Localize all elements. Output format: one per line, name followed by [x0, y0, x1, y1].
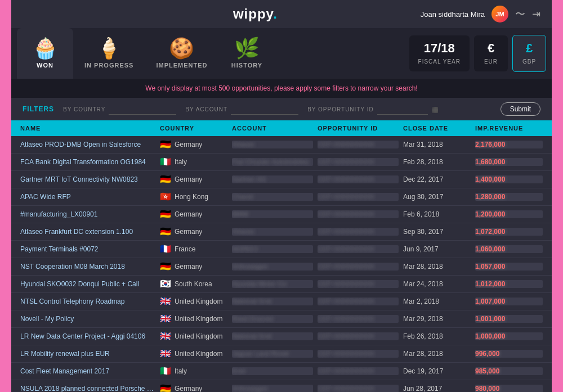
cell-revenue: 1,007,000 — [475, 298, 543, 305]
country-name: United Kingdom — [175, 332, 222, 340]
cell-name[interactable]: Atlaseo PROD-DMB Open in Salesforce — [20, 141, 155, 148]
cell-close-date: Feb 26, 2018 — [403, 332, 471, 340]
cell-close-date: Jun 9, 2017 — [403, 245, 471, 253]
cell-country: 🇮🇹 Italy — [160, 367, 227, 376]
country-name: Germany — [175, 385, 202, 392]
cell-country: 🇩🇪 Germany — [160, 384, 227, 392]
won-icon: 🧁 — [33, 38, 58, 58]
tab-in-progress[interactable]: 🍦 IN PROGRESS — [73, 28, 145, 79]
cell-revenue: 1,012,000 — [475, 280, 543, 288]
avatar[interactable]: JM — [491, 6, 508, 22]
tab-in-progress-label: IN PROGRESS — [84, 62, 133, 69]
cell-name[interactable]: NSULA 2018 planned connected Porsche Car… — [20, 385, 155, 392]
cell-close-date: Jun 28, 2017 — [403, 385, 471, 392]
table-row[interactable]: Atlaseo PROD-DMB Open in Salesforce 🇩🇪 G… — [11, 136, 552, 154]
table-header: NAME COUNTRY ACCOUNT OPPORTUNITY ID CLOS… — [11, 120, 552, 136]
table-row[interactable]: NSULA 2018 planned connected Porsche Car… — [11, 380, 552, 392]
cell-account: Volkswagen — [232, 263, 313, 271]
table-row[interactable]: Novell - My Policy 🇬🇧 United Kingdom Ree… — [11, 310, 552, 328]
cell-account: Atlaseo — [232, 141, 313, 148]
cell-account: Reed Elsevier — [232, 315, 313, 323]
filter-country-input[interactable] — [109, 104, 176, 115]
cell-name[interactable]: Payment Terminals #0072 — [20, 245, 155, 253]
user-area: Joan siddharta Mira JM 〜 ⇥ — [421, 6, 540, 22]
country-flag: 🇬🇧 — [160, 314, 171, 323]
th-close-date: CLOSE DATE — [403, 125, 471, 132]
cell-country: 🇬🇧 United Kingdom — [160, 314, 227, 323]
cell-name[interactable]: Atlaseo Frankfurt DC extension 1.100 — [20, 228, 155, 236]
cell-name[interactable]: Cost Fleet Management 2017 — [20, 367, 155, 375]
logo-text: wippy — [233, 6, 273, 21]
cell-close-date: Mar 31, 2018 — [403, 141, 471, 148]
cell-name[interactable]: Gartner MRT IoT Connectivity NW0823 — [20, 175, 155, 183]
cell-revenue: 1,280,000 — [475, 193, 543, 201]
table-row[interactable]: Payment Terminals #0072 🇫🇷 France NGRECI… — [11, 241, 552, 258]
cell-name[interactable]: FCA Bank Digital Transformation OG1984 — [20, 158, 155, 166]
cell-name[interactable]: Novell - My Policy — [20, 315, 155, 323]
cell-revenue: 1,001,000 — [475, 315, 543, 323]
cell-close-date: Mar 28, 2018 — [403, 263, 471, 271]
filter-account-input[interactable] — [231, 104, 298, 115]
cell-revenue: 1,060,000 — [475, 245, 543, 253]
country-name: Germany — [175, 263, 202, 271]
app-header: wippy. Joan siddharta Mira JM 〜 ⇥ — [11, 0, 552, 28]
country-flag: 🇩🇪 — [160, 175, 171, 184]
country-flag: 🇬🇧 — [160, 349, 171, 358]
nav-tabs: 🧁 WON 🍦 IN PROGRESS 🍪 IMPLEMENTED 🌿 HIST… — [11, 28, 552, 79]
cell-close-date: Mar 28, 2018 — [403, 350, 471, 358]
country-name: Germany — [175, 210, 202, 218]
table-row[interactable]: Atlaseo Frankfurt DC extension 1.100 🇩🇪 … — [11, 223, 552, 241]
table-row[interactable]: Cost Fleet Management 2017 🇮🇹 Italy Enel… — [11, 363, 552, 380]
th-opp-id: OPPORTUNITY ID — [318, 125, 399, 132]
fiscal-year-number: 17/18 — [418, 41, 461, 56]
cell-account: Jaguar Land Rover — [232, 350, 313, 358]
filters-label: FILTERS — [23, 105, 54, 113]
logo-dot: . — [273, 6, 278, 21]
cell-name[interactable]: APAC Wide RFP — [20, 193, 155, 201]
cell-name[interactable]: NTSL Control Telephony Roadmap — [20, 298, 155, 305]
table-row[interactable]: APAC Wide RFP 🇭🇰 Hong Kong Chanel COT-XX… — [11, 188, 552, 206]
th-revenue: IMP.REVENUE — [475, 125, 543, 132]
cell-country: 🇩🇪 Germany — [160, 210, 227, 219]
cell-account: Chanel — [232, 193, 313, 201]
table-row[interactable]: #manufacturing_LX00901 🇩🇪 Germany BMW CO… — [11, 206, 552, 223]
in-progress-icon: 🍦 — [96, 38, 122, 58]
table-row[interactable]: LR Mobility renewal plus EUR 🇬🇧 United K… — [11, 345, 552, 363]
cell-account: Hyundai Motor Co — [232, 280, 313, 288]
table-row[interactable]: NST Cooperation M08 March 2018 🇩🇪 German… — [11, 258, 552, 276]
currency-eur[interactable]: € EUR — [474, 35, 508, 71]
fiscal-year-badge: 17/18 FISCAL YEAR — [409, 35, 470, 71]
country-flag: 🇭🇰 — [160, 192, 171, 201]
cell-name[interactable]: #manufacturing_LX00901 — [20, 210, 155, 218]
cell-revenue: 1,200,000 — [475, 210, 543, 218]
table-row[interactable]: Hyundai SKO0032 Donqui Public + Call 🇰🇷 … — [11, 276, 552, 293]
cell-name[interactable]: Hyundai SKO0032 Donqui Public + Call — [20, 280, 155, 288]
submit-button[interactable]: Submit — [501, 102, 540, 116]
table-row[interactable]: LR New Data Center Project - Aggi 04106 … — [11, 328, 552, 345]
activity-icon[interactable]: 〜 — [515, 7, 525, 21]
tab-won[interactable]: 🧁 WON — [17, 28, 73, 79]
cell-close-date: Sep 30, 2017 — [403, 228, 471, 236]
table-row[interactable]: Gartner MRT IoT Connectivity NW0823 🇩🇪 G… — [11, 171, 552, 188]
eur-label: EUR — [484, 58, 498, 65]
tab-history[interactable]: 🌿 HISTORY — [218, 28, 275, 79]
notice-bar: We only display at most 500 opportunitie… — [11, 79, 552, 98]
table-row[interactable]: FCA Bank Digital Transformation OG1984 🇮… — [11, 154, 552, 171]
cell-account: Atlaseo — [232, 228, 313, 236]
tab-implemented-label: IMPLEMENTED — [156, 62, 207, 69]
cell-opp-id: COT-XXXXXXXXX — [318, 175, 399, 183]
cell-name[interactable]: LR New Data Center Project - Aggi 04106 — [20, 332, 155, 340]
tab-implemented[interactable]: 🍪 IMPLEMENTED — [145, 28, 218, 79]
cell-country: 🇰🇷 South Korea — [160, 280, 227, 289]
cell-name[interactable]: LR Mobility renewal plus EUR — [20, 350, 155, 358]
cell-country: 🇭🇰 Hong Kong — [160, 192, 227, 201]
logout-icon[interactable]: ⇥ — [532, 8, 540, 20]
cell-opp-id: COT-XXXXXXXXX — [318, 350, 399, 358]
cell-name[interactable]: NST Cooperation M08 March 2018 — [20, 263, 155, 271]
filter-opp-input[interactable] — [377, 104, 428, 115]
table-row[interactable]: NTSL Control Telephony Roadmap 🇬🇧 United… — [11, 293, 552, 310]
currency-gbp[interactable]: £ GBP — [512, 35, 546, 72]
country-flag: 🇮🇹 — [160, 367, 171, 376]
cell-opp-id: COT-XXXXXXXXX — [318, 280, 399, 288]
country-flag: 🇬🇧 — [160, 297, 171, 306]
